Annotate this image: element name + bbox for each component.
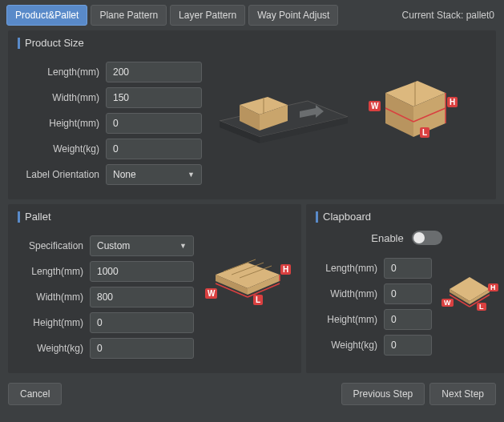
product-dimensions-icon: W L H: [365, 57, 462, 190]
dim-w-tag: W: [369, 101, 381, 111]
product-width-label: Width(mm): [18, 92, 106, 103]
clapboard-dimensions-icon: W L H: [442, 253, 498, 360]
dim-w-tag: W: [205, 288, 217, 299]
clapboard-panel: Clapboard Enable Length(mm) Width(mm): [306, 204, 504, 373]
current-stack-label: Current Stack: pallet0: [402, 10, 498, 21]
product-height-input[interactable]: [106, 113, 202, 134]
conveyor-box-icon: [212, 57, 356, 190]
top-bar: Product&Pallet Plane Pattern Layer Patte…: [0, 0, 504, 30]
pallet-weight-label: Weight(kg): [18, 343, 90, 354]
pallet-weight-input[interactable]: [90, 338, 194, 359]
clapboard-length-input[interactable]: [384, 258, 432, 279]
clapboard-height-input[interactable]: [384, 309, 432, 330]
dim-l-tag: L: [253, 295, 263, 305]
clapboard-length-label: Length(mm): [316, 263, 384, 274]
pallet-dimensions-icon: W L H: [204, 231, 292, 364]
pallet-title: Pallet: [18, 211, 292, 223]
pallet-length-input[interactable]: [90, 261, 194, 282]
pallet-height-input[interactable]: [90, 312, 194, 333]
product-size-title: Product Size: [18, 37, 486, 49]
pallet-length-label: Length(mm): [18, 266, 90, 277]
pallet-width-label: Width(mm): [18, 291, 90, 303]
product-weight-label: Weight(kg): [18, 143, 106, 155]
chevron-down-icon: ▼: [187, 171, 195, 179]
pallet-panel: Pallet Specification Custom ▼ Length(mm): [8, 204, 301, 373]
dim-h-tag: H: [488, 283, 498, 291]
cancel-button[interactable]: Cancel: [8, 383, 62, 405]
product-height-label: Height(mm): [18, 118, 106, 129]
clapboard-width-label: Width(mm): [316, 288, 384, 299]
dim-h-tag: H: [280, 264, 291, 275]
product-orientation-label: Label Orientation: [18, 169, 106, 180]
pallet-spec-select[interactable]: Custom ▼: [90, 235, 194, 256]
dim-w-tag: W: [442, 299, 454, 307]
clapboard-weight-input[interactable]: [384, 335, 432, 356]
clapboard-enable-label: Enable: [371, 232, 403, 244]
pallet-height-label: Height(mm): [18, 317, 90, 328]
next-step-button[interactable]: Next Step: [429, 383, 496, 405]
dim-h-tag: H: [447, 97, 458, 107]
dim-l-tag: L: [420, 127, 429, 138]
footer: Cancel Previous Step Next Step: [0, 378, 504, 410]
svg-marker-24: [450, 277, 490, 301]
product-size-panel: Product Size Length(mm) Width(mm) Height…: [8, 30, 496, 199]
tab-product-pallet[interactable]: Product&Pallet: [6, 5, 87, 26]
product-orientation-select[interactable]: None ▼: [106, 164, 202, 185]
tab-plane-pattern[interactable]: Plane Pattern: [91, 5, 167, 26]
clapboard-enable-toggle[interactable]: [412, 231, 442, 245]
previous-step-button[interactable]: Previous Step: [341, 383, 425, 405]
clapboard-title: Clapboard: [316, 211, 498, 223]
pallet-spec-label: Specification: [18, 240, 90, 251]
chevron-down-icon: ▼: [179, 242, 187, 250]
pallet-width-input[interactable]: [90, 287, 194, 307]
tab-waypoint-adjust[interactable]: Way Point Adjust: [248, 5, 338, 26]
product-length-label: Length(mm): [18, 66, 106, 78]
clapboard-height-label: Height(mm): [316, 314, 384, 325]
clapboard-width-input[interactable]: [384, 283, 432, 304]
product-length-input[interactable]: [106, 62, 202, 82]
product-width-input[interactable]: [106, 87, 202, 108]
clapboard-weight-label: Weight(kg): [316, 340, 384, 351]
tab-layer-pattern[interactable]: Layer Pattern: [170, 5, 245, 26]
product-weight-input[interactable]: [106, 139, 202, 159]
dim-l-tag: L: [477, 303, 486, 311]
